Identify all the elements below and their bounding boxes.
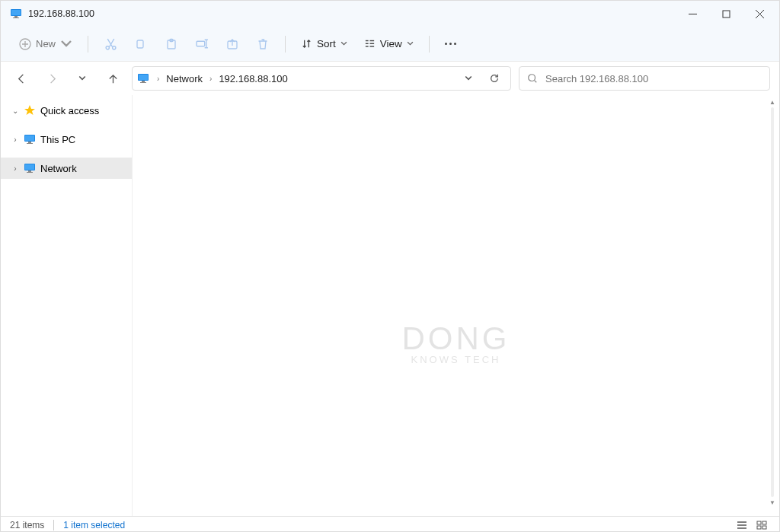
chevron-right-icon: › bbox=[157, 75, 159, 83]
app-icon bbox=[10, 8, 22, 20]
search-box[interactable] bbox=[519, 66, 770, 91]
chevron-right-icon: › bbox=[209, 75, 212, 83]
breadcrumb-current[interactable]: 192.168.88.100 bbox=[215, 70, 291, 88]
svg-rect-27 bbox=[762, 526, 766, 529]
chevron-right-icon[interactable]: › bbox=[11, 135, 19, 144]
status-selection: 1 item selected bbox=[63, 520, 125, 530]
svg-rect-20 bbox=[369, 40, 374, 41]
svg-rect-19 bbox=[366, 46, 369, 46]
breadcrumb-network[interactable]: Network bbox=[162, 70, 206, 88]
sidebar-label: Network bbox=[40, 163, 77, 174]
watermark: DONG KNOWS TECH bbox=[402, 320, 510, 365]
svg-rect-25 bbox=[762, 521, 766, 524]
chevron-right-icon[interactable]: › bbox=[11, 164, 19, 173]
icons-view-icon[interactable] bbox=[753, 518, 770, 532]
sidebar-network[interactable]: › Network bbox=[1, 158, 132, 179]
svg-rect-15 bbox=[197, 41, 205, 46]
separator bbox=[429, 36, 430, 53]
minimize-button[interactable] bbox=[676, 2, 709, 25]
status-count: 21 items bbox=[10, 520, 44, 530]
chevron-down-icon[interactable]: ⌄ bbox=[11, 107, 19, 115]
sidebar-this-pc[interactable]: › This PC bbox=[1, 129, 132, 150]
new-button[interactable]: New bbox=[11, 34, 80, 54]
separator bbox=[285, 36, 286, 53]
view-button[interactable]: View bbox=[356, 34, 421, 53]
history-dropdown-icon[interactable] bbox=[457, 67, 480, 90]
address-row: › Network › 192.168.88.100 bbox=[1, 62, 779, 95]
refresh-icon[interactable] bbox=[483, 67, 506, 90]
content-pane[interactable]: ▲ ▼ DONG KNOWS TECH bbox=[133, 95, 779, 516]
sidebar-label: Quick access bbox=[40, 105, 99, 116]
separator bbox=[53, 520, 54, 530]
svg-rect-22 bbox=[369, 46, 374, 46]
star-icon bbox=[24, 104, 36, 116]
sidebar: ⌄ Quick access › This PC › Network bbox=[1, 95, 133, 516]
maximize-button[interactable] bbox=[709, 2, 743, 25]
svg-rect-18 bbox=[366, 43, 369, 44]
sidebar-label: This PC bbox=[40, 134, 75, 145]
scroll-down-icon[interactable]: ▼ bbox=[767, 497, 778, 508]
scroll-up-icon[interactable]: ▲ bbox=[767, 97, 778, 107]
svg-rect-8 bbox=[723, 11, 730, 18]
window-title: 192.168.88.100 bbox=[28, 8, 676, 19]
rename-icon[interactable] bbox=[187, 30, 216, 58]
pc-icon bbox=[24, 133, 36, 145]
search-input[interactable] bbox=[545, 73, 762, 84]
svg-point-10 bbox=[106, 46, 109, 49]
svg-rect-26 bbox=[757, 526, 761, 529]
sort-button[interactable]: Sort bbox=[293, 34, 355, 53]
svg-point-23 bbox=[529, 75, 535, 81]
up-button[interactable] bbox=[101, 67, 124, 90]
location-icon bbox=[137, 72, 149, 84]
titlebar: 192.168.88.100 bbox=[1, 1, 779, 27]
address-bar[interactable]: › Network › 192.168.88.100 bbox=[132, 66, 511, 91]
svg-point-11 bbox=[112, 46, 115, 49]
svg-rect-17 bbox=[366, 40, 369, 41]
network-icon bbox=[24, 162, 36, 174]
back-button[interactable] bbox=[10, 67, 33, 90]
details-view-icon[interactable] bbox=[734, 518, 750, 532]
more-button[interactable] bbox=[437, 37, 464, 51]
copy-icon[interactable] bbox=[126, 30, 155, 58]
cut-icon[interactable] bbox=[96, 30, 125, 58]
share-icon[interactable] bbox=[218, 30, 247, 58]
svg-rect-12 bbox=[137, 40, 143, 48]
paste-icon[interactable] bbox=[157, 30, 186, 58]
delete-icon[interactable] bbox=[248, 30, 277, 58]
search-icon bbox=[527, 73, 538, 84]
scroll-track[interactable] bbox=[771, 107, 774, 497]
status-bar: 21 items 1 item selected bbox=[1, 516, 779, 532]
close-button[interactable] bbox=[743, 2, 776, 25]
scrollbar[interactable]: ▲ ▼ bbox=[767, 97, 778, 508]
recent-button[interactable] bbox=[71, 67, 94, 90]
sidebar-quick-access[interactable]: ⌄ Quick access bbox=[1, 100, 132, 121]
forward-button[interactable] bbox=[40, 67, 63, 90]
separator bbox=[88, 36, 88, 53]
toolbar: New Sort View bbox=[1, 27, 779, 62]
svg-rect-21 bbox=[369, 43, 374, 44]
svg-rect-24 bbox=[757, 521, 761, 524]
